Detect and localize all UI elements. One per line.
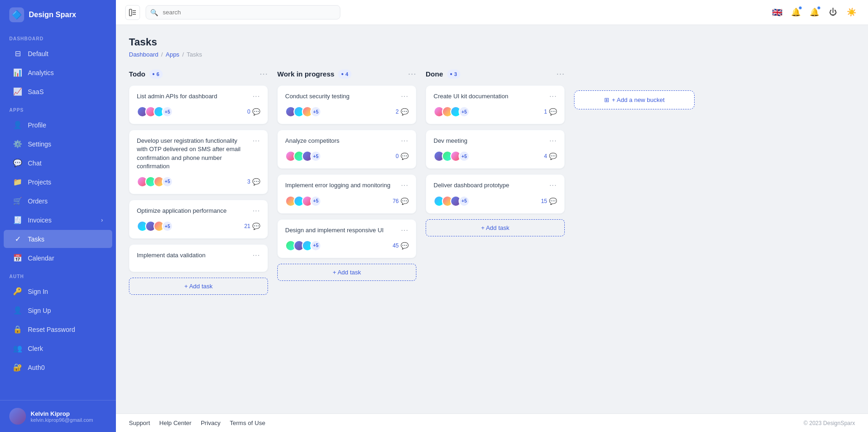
task-avatars: +5: [285, 106, 321, 117]
footer-links: Support Help Center Privacy Terms of Use: [129, 419, 265, 426]
kanban-board: Todo 6 ··· List admin APIs for dashboard…: [129, 69, 855, 295]
avatar-count: +5: [310, 106, 321, 117]
task-more-button[interactable]: ···: [401, 92, 408, 101]
alerts-button[interactable]: 🔔: [807, 5, 822, 20]
task-avatars: +5: [137, 106, 173, 117]
sidebar-item-tasks[interactable]: ✓ Tasks: [4, 230, 112, 248]
footer-link-support[interactable]: Support: [129, 419, 150, 426]
search-input[interactable]: [146, 5, 340, 19]
footer-copyright: © 2023 DesignSparx: [804, 420, 855, 426]
avatar-count: +5: [459, 196, 470, 207]
col-title-wip: Work in progress: [277, 70, 334, 78]
sidebar-item-sign-in[interactable]: 🔑 Sign In: [4, 282, 112, 300]
task-more-button[interactable]: ···: [253, 251, 260, 260]
sidebar-item-default[interactable]: ⊟ Default: [4, 44, 112, 63]
grid-icon: ⊟: [13, 49, 22, 58]
task-comments: 3 💬: [247, 178, 260, 185]
add-bucket-label: + Add a new bucket: [612, 96, 665, 103]
notifications-button[interactable]: 🔔: [788, 5, 803, 20]
sidebar-item-projects[interactable]: 📁 Projects: [4, 173, 112, 191]
task-card: List admin APIs for dashboard ··· +5 0 �: [129, 85, 268, 124]
chart-icon: 📊: [13, 68, 22, 77]
footer-link-help[interactable]: Help Center: [160, 419, 191, 426]
task-more-button[interactable]: ···: [549, 181, 557, 190]
footer-link-privacy[interactable]: Privacy: [201, 419, 221, 426]
col-more-done[interactable]: ···: [556, 69, 565, 79]
col-more-todo[interactable]: ···: [260, 69, 268, 79]
col-more-wip[interactable]: ···: [408, 69, 416, 79]
col-count-done: 3: [447, 70, 460, 79]
task-more-button[interactable]: ···: [253, 207, 260, 215]
add-task-button-done[interactable]: + Add task: [426, 219, 565, 236]
chevron-right-icon: ›: [101, 217, 103, 223]
task-more-button[interactable]: ···: [549, 92, 557, 101]
sidebar-item-label: Sign In: [28, 288, 48, 295]
task-more-button[interactable]: ···: [549, 137, 557, 145]
breadcrumb-apps[interactable]: Apps: [166, 51, 179, 58]
task-card: Develop user registration functionality …: [129, 130, 268, 194]
task-card-header: Design and implement responsive UI ···: [285, 226, 408, 235]
sidebar-item-auth0[interactable]: 🔐 Auth0: [4, 358, 112, 376]
comment-count: 4: [544, 153, 547, 159]
sidebar-item-reset-password[interactable]: 🔒 Reset Password: [4, 320, 112, 338]
task-more-button[interactable]: ···: [401, 181, 408, 190]
task-avatars: +5: [434, 106, 470, 117]
task-title: Optimize application performance: [137, 207, 249, 215]
section-auth-label: AUTH: [0, 267, 116, 282]
avatar-count: +5: [162, 176, 173, 187]
sidebar-item-invoices[interactable]: 🧾 Invoices ›: [4, 211, 112, 229]
app-name: Design Sparx: [29, 11, 76, 19]
user-profile-footer: Kelvin Kiprop kelvin.kiprop96@gmail.com: [0, 400, 116, 432]
user-email: kelvin.kiprop96@gmail.com: [31, 417, 93, 423]
footer-link-terms[interactable]: Terms of Use: [230, 419, 266, 426]
sidebar-item-label: Profile: [28, 121, 46, 129]
sidebar-item-saas[interactable]: 📈 SaaS: [4, 83, 112, 101]
task-card: Deliver dashboard prototype ··· +5 15 💬: [426, 174, 565, 213]
task-card-header: Dev meeting ···: [434, 137, 557, 145]
task-more-button[interactable]: ···: [401, 226, 408, 235]
sidebar-item-calendar[interactable]: 📅 Calendar: [4, 249, 112, 267]
add-bucket-button[interactable]: ⊞ + Add a new bucket: [574, 90, 695, 109]
sidebar-toggle-button[interactable]: [125, 5, 140, 20]
sidebar-item-chat[interactable]: 💬 Chat: [4, 154, 112, 172]
sidebar-item-label: SaaS: [28, 88, 44, 95]
task-card-header: Deliver dashboard prototype ···: [434, 181, 557, 190]
task-title: Conduct security testing: [285, 92, 397, 101]
task-title: Implement error logging and monitoring: [285, 181, 397, 190]
breadcrumb-dashboard[interactable]: Dashboard: [129, 51, 159, 58]
profile-icon: 👤: [13, 121, 22, 129]
language-button[interactable]: 🇬🇧: [770, 5, 785, 20]
main-content: 🔍 🇬🇧 🔔 🔔 ⏻ ☀️ Tasks: [116, 0, 868, 432]
task-title: Develop user registration functionality …: [137, 137, 249, 171]
task-avatars: +5: [285, 196, 321, 207]
add-task-button-todo[interactable]: + Add task: [129, 278, 268, 295]
sign-up-icon: 👤: [13, 306, 22, 315]
sidebar-item-analytics[interactable]: 📊 Analytics: [4, 64, 112, 82]
task-comments: 1 💬: [544, 108, 557, 115]
add-bucket-column: ⊞ + Add a new bucket: [574, 69, 695, 109]
user-info: Kelvin Kiprop kelvin.kiprop96@gmail.com: [31, 410, 93, 423]
comment-icon: 💬: [401, 197, 408, 205]
sidebar-item-clerk[interactable]: 👥 Clerk: [4, 339, 112, 357]
page-content: Tasks Dashboard / Apps / Tasks Todo 6 ··…: [116, 25, 868, 413]
task-more-button[interactable]: ···: [401, 137, 408, 145]
col-count-wip: 4: [338, 70, 351, 79]
sidebar-item-sign-up[interactable]: 👤 Sign Up: [4, 301, 112, 319]
task-more-button[interactable]: ···: [253, 137, 260, 145]
task-more-button[interactable]: ···: [253, 92, 260, 101]
comment-count: 0: [247, 108, 250, 115]
theme-button[interactable]: ☀️: [844, 5, 859, 20]
clerk-icon: 👥: [13, 344, 22, 353]
add-task-button-wip[interactable]: + Add task: [277, 264, 416, 281]
avatar-count: +5: [310, 240, 321, 251]
task-card-footer: +5 76 💬: [285, 196, 408, 207]
task-comments: 4 💬: [544, 152, 557, 160]
page-title: Tasks: [129, 36, 855, 48]
sidebar-item-settings[interactable]: ⚙️ Settings: [4, 135, 112, 153]
sidebar-item-orders[interactable]: 🛒 Orders: [4, 192, 112, 210]
sidebar-item-profile[interactable]: 👤 Profile: [4, 116, 112, 134]
task-card-footer: +5 15 💬: [434, 196, 557, 207]
power-button[interactable]: ⏻: [825, 5, 840, 20]
footer: Support Help Center Privacy Terms of Use…: [116, 413, 868, 432]
task-card: Implement data validation ···: [129, 244, 268, 272]
